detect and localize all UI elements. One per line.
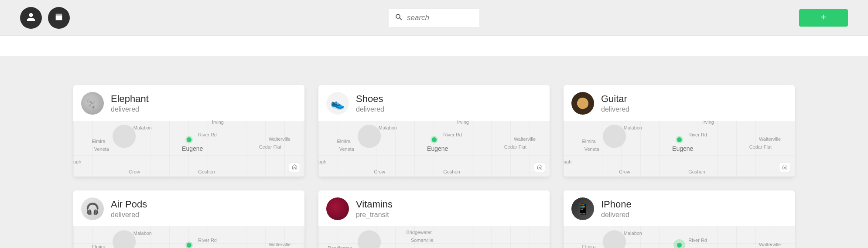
card-title: Guitar delivered — [601, 93, 629, 113]
topbar — [0, 0, 868, 36]
card-map: Bridgewater Somerville Readington — [318, 226, 550, 248]
location-dot — [432, 137, 437, 142]
map-label: Crow — [374, 169, 385, 174]
map-label: Malabon — [133, 231, 152, 236]
package-name: Vitamins — [356, 199, 393, 210]
white-band — [0, 36, 868, 56]
map-label: Cedar Flat — [749, 144, 772, 149]
avatar — [571, 92, 594, 115]
avatar: 🐘 — [81, 92, 104, 115]
package-card[interactable]: 📱 IPhone delivered Malabon River Rd Elmi… — [564, 190, 795, 248]
package-status: pre_transit — [356, 211, 393, 219]
map-label: River Rd — [688, 132, 707, 137]
card-header: Vitamins pre_transit — [318, 190, 550, 226]
map-label: River Rd — [198, 238, 217, 243]
home-icon — [537, 163, 543, 171]
location-dot — [187, 137, 191, 142]
city-label: Eugene — [182, 145, 203, 152]
map-label: River Rd — [443, 132, 462, 137]
map-label: Irving — [212, 119, 224, 125]
card-header: 🎧 Air Pods delivered — [73, 190, 304, 226]
package-status: delivered — [356, 105, 384, 113]
map-label: Crow — [619, 169, 630, 174]
home-button[interactable] — [534, 163, 545, 172]
plus-icon — [820, 14, 827, 22]
map-label: Goshen — [443, 169, 460, 174]
home-button[interactable] — [779, 163, 790, 172]
archive-button[interactable] — [48, 7, 70, 29]
map-label: Elmira — [92, 244, 105, 248]
map-label: Walterville — [759, 242, 781, 247]
location-dot — [677, 243, 682, 248]
card-title: Shoes delivered — [356, 93, 384, 113]
package-card[interactable]: 🎧 Air Pods delivered Malabon River Rd El… — [73, 190, 304, 248]
package-card[interactable]: Vitamins pre_transit Bridgewater Somervi… — [318, 190, 550, 248]
home-icon — [292, 163, 297, 171]
map-label: Irving — [702, 119, 714, 125]
svg-point-0 — [396, 14, 400, 18]
location-dot — [187, 243, 191, 248]
home-button[interactable] — [289, 163, 300, 172]
map-label: Crow — [129, 169, 140, 174]
map-label: Walterville — [269, 242, 290, 247]
map-label: Malabon — [379, 125, 397, 130]
map-label: Somerville — [411, 238, 433, 243]
map-label: Elmira — [582, 139, 595, 144]
add-button[interactable] — [799, 9, 848, 27]
map-label: Malabon — [624, 125, 642, 130]
card-title: IPhone delivered — [601, 199, 632, 219]
package-status: delivered — [111, 211, 147, 219]
card-grid: 🐘 Elephant delivered Irving Malabon Rive… — [20, 85, 848, 248]
map-label: Elmira — [337, 139, 350, 144]
map-label: Bridgewater — [406, 230, 432, 235]
map-label: Cedar Flat — [504, 144, 526, 149]
city-label: Eugene — [427, 145, 448, 152]
topbar-right — [799, 9, 848, 27]
map-label: River Rd — [198, 132, 217, 137]
package-card[interactable]: 👟 Shoes delivered Irving Malabon River R… — [318, 85, 550, 177]
map-label: Malabon — [624, 231, 642, 236]
search-icon — [395, 13, 403, 23]
archive-icon — [54, 12, 64, 24]
map-label: Veneta — [94, 146, 109, 152]
card-map: Malabon River Rd Elmira Walterville — [564, 226, 795, 248]
city-label: Eugene — [672, 145, 693, 152]
card-map: Irving Malabon River Rd Elmira Veneta Wa… — [73, 121, 304, 177]
topbar-left — [20, 7, 70, 29]
package-card[interactable]: 🐘 Elephant delivered Irving Malabon Rive… — [73, 85, 304, 177]
package-name: Elephant — [111, 93, 149, 105]
home-icon — [782, 163, 788, 171]
map-label: River Rd — [688, 238, 707, 243]
card-title: Air Pods delivered — [111, 199, 147, 219]
card-title: Vitamins pre_transit — [356, 199, 393, 219]
package-status: delivered — [111, 105, 149, 113]
search-container — [388, 8, 480, 27]
card-map: Irving Malabon River Rd Elmira Veneta Wa… — [564, 121, 795, 177]
map-label: Walterville — [269, 136, 290, 142]
search-input[interactable] — [407, 14, 473, 22]
card-header: 📱 IPhone delivered — [564, 190, 795, 226]
panel: 🐘 Elephant delivered Irving Malabon Rive… — [20, 56, 848, 248]
map-label: Walterville — [514, 136, 536, 142]
content: 🐘 Elephant delivered Irving Malabon Rive… — [0, 56, 868, 248]
location-dot — [677, 137, 682, 142]
profile-button[interactable] — [20, 7, 42, 29]
map-label: ugh — [318, 159, 326, 164]
package-name: Shoes — [356, 93, 384, 105]
package-card[interactable]: Guitar delivered Irving Malabon River Rd… — [564, 85, 795, 177]
map-label: ugh — [73, 159, 81, 164]
map-label: Goshen — [198, 169, 215, 174]
map-label: Malabon — [133, 125, 152, 130]
map-label: Irving — [457, 119, 469, 125]
person-icon — [26, 12, 36, 24]
avatar: 📱 — [571, 197, 594, 220]
map-label: Readington — [328, 245, 352, 248]
avatar: 👟 — [326, 92, 349, 115]
card-map: Malabon River Rd Elmira Walterville — [73, 226, 304, 248]
map-label: ugh — [564, 159, 571, 164]
package-name: Guitar — [601, 93, 629, 105]
card-header: 🐘 Elephant delivered — [73, 85, 304, 121]
map-label: Walterville — [759, 136, 781, 142]
search-box[interactable] — [388, 8, 480, 27]
map-label: Elmira — [582, 244, 595, 248]
